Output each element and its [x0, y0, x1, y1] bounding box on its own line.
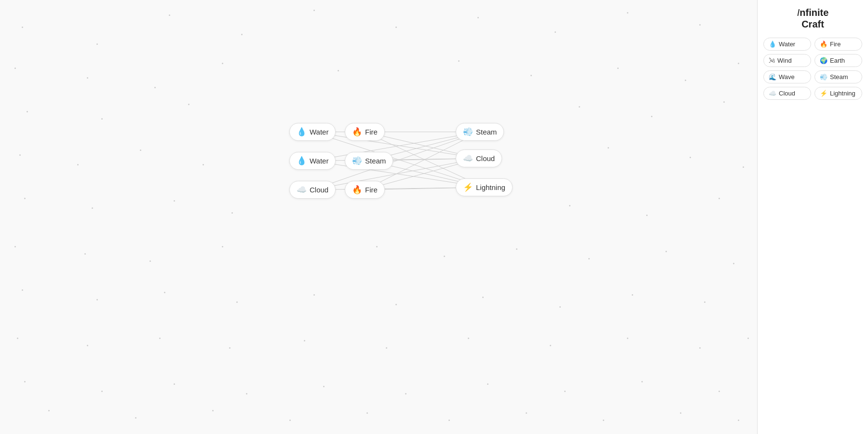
elements-grid: 💧Water🔥Fire🌬Wind🌍Earth🌊Wave💨Steam☁️Cloud…	[763, 38, 862, 100]
background-dot	[723, 101, 725, 103]
background-dot	[164, 292, 165, 293]
node-label: Fire	[365, 186, 378, 194]
background-dot	[627, 12, 628, 14]
node-icon: 💨	[463, 127, 473, 137]
background-dot	[229, 347, 231, 349]
background-dot	[395, 27, 397, 28]
background-dot	[458, 60, 460, 62]
steam-label: Steam	[830, 73, 848, 81]
craft-node[interactable]: ☁️Cloud	[456, 149, 502, 167]
background-dot	[22, 27, 23, 28]
connection-line	[312, 132, 480, 161]
background-dot	[22, 289, 23, 291]
background-dot	[96, 299, 98, 300]
background-dot	[487, 383, 488, 385]
sidebar-element-wind[interactable]: 🌬Wind	[763, 54, 811, 67]
sidebar-element-earth[interactable]: 🌍Earth	[814, 54, 862, 67]
sidebar-element-wave[interactable]: 🌊Wave	[763, 70, 811, 83]
wind-icon: 🌬	[769, 57, 775, 64]
sidebar-element-lightning[interactable]: ⚡Lightning	[814, 87, 862, 100]
background-dot	[559, 306, 561, 308]
infinite-craft-logo: InfiniteCraft	[797, 7, 829, 30]
craft-node[interactable]: 💨Steam	[456, 123, 504, 141]
background-dot	[516, 248, 517, 250]
background-dot	[699, 24, 701, 26]
water-label: Water	[779, 41, 795, 48]
background-dot	[569, 205, 570, 206]
background-dot	[747, 338, 749, 339]
background-dot	[241, 34, 243, 35]
node-icon: 💧	[297, 127, 307, 137]
connection-line	[312, 159, 479, 161]
background-dot	[468, 338, 469, 339]
background-dot	[14, 246, 16, 247]
background-dot	[608, 147, 609, 149]
craft-node[interactable]: 💧Water	[289, 152, 336, 170]
background-dot	[304, 340, 305, 341]
sidebar-element-cloud[interactable]: ☁️Cloud	[763, 87, 811, 100]
background-dot	[48, 410, 50, 411]
background-dot	[395, 304, 397, 305]
background-dot	[101, 391, 103, 392]
background-dot	[140, 149, 141, 151]
steam-icon: 💨	[820, 73, 827, 81]
craft-node[interactable]: 💨Steam	[345, 152, 393, 170]
background-dot	[154, 87, 156, 88]
background-dot	[289, 420, 291, 421]
background-dot	[579, 106, 580, 108]
background-dot	[27, 111, 28, 112]
background-dot	[24, 198, 26, 199]
background-dot	[588, 258, 590, 259]
node-label: Cloud	[476, 154, 495, 163]
background-dot	[632, 294, 633, 296]
connections-svg	[0, 0, 757, 434]
background-dot	[733, 263, 734, 264]
background-dot	[231, 212, 233, 214]
sidebar-element-water[interactable]: 💧Water	[763, 38, 811, 51]
background-dot	[188, 104, 190, 105]
sidebar-element-steam[interactable]: 💨Steam	[814, 70, 862, 83]
background-dot	[96, 43, 98, 45]
background-dot	[92, 207, 93, 209]
background-dot	[14, 68, 16, 69]
background-dot	[738, 63, 739, 64]
background-dot	[246, 393, 247, 394]
background-dot	[222, 63, 223, 64]
cloud-icon: ☁️	[769, 90, 776, 97]
canvas: 💧Water🔥Fire💧Water💨Steam☁️Cloud🔥Fire💨Stea…	[0, 0, 757, 434]
craft-node[interactable]: 💧Water	[289, 123, 336, 141]
fire-label: Fire	[830, 41, 841, 48]
background-dot	[482, 297, 484, 298]
sidebar-element-fire[interactable]: 🔥Fire	[814, 38, 862, 51]
background-dot	[338, 70, 339, 71]
craft-node[interactable]: ☁️Cloud	[289, 181, 336, 199]
background-dot	[526, 412, 527, 414]
background-dot	[651, 116, 652, 117]
node-label: Fire	[365, 128, 378, 136]
background-dot	[135, 417, 136, 419]
background-dot	[617, 68, 619, 69]
background-dot	[704, 301, 705, 303]
fire-icon: 🔥	[820, 41, 827, 48]
background-dot	[87, 345, 88, 346]
lightning-label: Lightning	[830, 90, 855, 97]
wind-label: Wind	[777, 57, 792, 64]
background-dot	[366, 412, 368, 414]
background-dot	[101, 118, 103, 120]
background-dot	[685, 80, 686, 81]
sidebar-header: InfiniteCraft	[763, 7, 862, 30]
craft-node[interactable]: 🔥Fire	[345, 181, 385, 199]
background-dot	[24, 381, 26, 382]
craft-node[interactable]: 🔥Fire	[345, 123, 385, 141]
background-dot	[19, 154, 21, 156]
background-dot	[236, 301, 238, 303]
craft-node[interactable]: ⚡Lightning	[456, 178, 513, 196]
background-dot	[627, 338, 628, 339]
node-label: Cloud	[310, 186, 328, 194]
background-dot	[77, 164, 79, 165]
background-dot	[477, 17, 479, 18]
background-dot	[690, 157, 691, 158]
node-label: Steam	[476, 128, 497, 136]
background-dot	[555, 31, 556, 33]
background-dot	[641, 381, 643, 382]
